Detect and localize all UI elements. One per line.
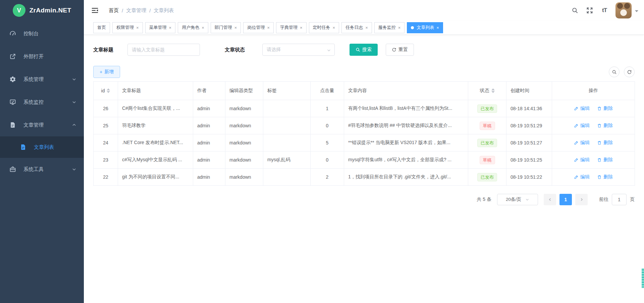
reset-button[interactable]: 重置 [386,44,414,56]
sidebar-item-label: 系统管理 [23,76,72,83]
tab-label: 定时任务 [313,25,330,31]
close-icon[interactable]: × [300,26,303,30]
cell-content: #羽毛球拍参数说明 ## 中管软硬选择以及长度介... [344,117,468,134]
article-title-label: 文章标题 [93,47,113,53]
delete-label: 删除 [603,105,613,112]
tab-task-logs[interactable]: 任务日志× [341,22,372,33]
close-icon[interactable]: × [398,26,401,30]
cell-title: .NET Core 发布时提示.NET... [118,134,193,152]
app-logo[interactable]: V ZrAdmin.NET [0,0,84,21]
select-placeholder: 请选择 [267,47,281,53]
column-label: 操作 [589,88,598,93]
fullscreen-icon[interactable] [586,7,593,14]
sidebar-item-label: 系统监控 [23,99,72,105]
delete-button[interactable]: 删除 [597,174,613,180]
caret-down-icon[interactable] [635,8,639,12]
article-title-input[interactable] [127,44,200,56]
tab-service-monitor[interactable]: 服务监控× [374,22,405,33]
sidebar-item-system-tools[interactable]: 系统工具 [0,158,84,181]
tab-article-list[interactable]: 文章列表× [407,22,443,33]
close-icon[interactable]: × [333,26,335,30]
tab-dict-management[interactable]: 字典管理× [276,22,307,33]
article-status-select[interactable]: 请选择 [262,44,335,56]
sidebar-item-article-list[interactable]: 文章列表 [0,136,84,158]
refresh-table-button[interactable] [624,67,635,77]
sort-icon[interactable] [107,88,110,93]
tab-label: 菜单管理 [149,25,167,31]
top-navbar: 首页 / 文章管理 / 文章列表 tT [84,0,644,21]
sidebar-item-label: 文章列表 [34,144,76,150]
cell-author: admin [193,169,225,186]
column-label: id [101,88,105,93]
edit-button[interactable]: 编辑 [574,157,590,163]
search-icon[interactable] [571,7,579,14]
edit-label: 编辑 [580,140,590,146]
close-icon[interactable]: × [202,26,204,30]
goto-label: 前往 [599,197,608,203]
active-dot-icon [411,26,414,29]
edit-label: 编辑 [580,157,590,163]
add-button-label: 新增 [104,69,114,75]
status-badge: 已发布 [477,104,497,113]
delete-button[interactable]: 删除 [597,157,613,163]
add-button[interactable]: + 新增 [93,66,120,78]
close-icon[interactable]: × [267,26,270,30]
cell-status: 已发布 [468,169,506,186]
page-size-select[interactable]: 20条/页 [497,194,538,205]
tab-home[interactable]: 首页 [93,22,110,33]
cell-editor: markdown [225,134,263,152]
close-icon[interactable]: × [234,26,237,30]
search-button[interactable]: 搜索 [350,44,378,56]
sidebar-item-label: 文章管理 [23,122,72,128]
sidebar-item-article-management[interactable]: 文章管理 [0,114,84,136]
delete-button[interactable]: 删除 [597,140,613,146]
articles-table: id 文章标题 作者 编辑器类型 标签 点击量 文章内容 状态 创建时间 操作 [93,81,635,186]
tab-scheduled-tasks[interactable]: 定时任务× [309,22,339,33]
refresh-icon [392,47,396,52]
delete-button[interactable]: 删除 [597,123,613,129]
close-icon[interactable]: × [365,26,368,30]
tab-post-management[interactable]: 岗位管理× [243,22,274,33]
sidebar-item-system-management[interactable]: 系统管理 [0,68,84,91]
breadcrumb-article-management[interactable]: 文章管理 [126,7,146,14]
chevron-down-icon [525,198,529,202]
edit-button[interactable]: 编辑 [574,123,590,129]
pagination-total: 共 5 条 [477,197,491,203]
menu-fold-icon[interactable] [91,7,99,14]
tab-department-management[interactable]: 部门管理× [211,22,241,33]
tab-user-role[interactable]: 用户角色× [178,22,208,33]
edit-button[interactable]: 编辑 [574,105,590,112]
close-icon[interactable]: × [169,26,172,30]
tab-menu-management[interactable]: 菜单管理× [145,22,176,33]
close-icon[interactable]: × [136,26,139,30]
close-icon[interactable]: × [436,26,439,30]
sidebar-item-label: 系统工具 [23,166,72,173]
sidebar-item-system-monitor[interactable]: 系统监控 [0,91,84,114]
toggle-search-button[interactable] [609,67,620,77]
edit-icon [574,175,579,179]
user-avatar[interactable] [615,2,632,18]
prev-page-button[interactable] [544,194,556,205]
monitor-icon [9,99,16,105]
edit-button[interactable]: 编辑 [574,174,590,180]
table-toolbar-right [609,67,635,77]
tab-label: 权限管理 [116,25,134,31]
cell-tags: mysql,乱码 [263,152,311,169]
delete-button[interactable]: 删除 [597,105,613,112]
page-number-button[interactable]: 1 [559,194,572,205]
column-header-status[interactable]: 状态 [468,82,506,100]
scrollbar-thumb[interactable] [642,269,644,288]
sidebar-item-dashboard[interactable]: 控制台 [0,22,84,45]
breadcrumb-home[interactable]: 首页 [109,7,119,14]
edit-button[interactable]: 编辑 [574,140,590,146]
tab-permission-management[interactable]: 权限管理× [112,22,143,33]
app-window: V ZrAdmin.NET 控制台 外部打开 系统管理 [0,0,644,303]
sidebar-item-external-open[interactable]: 外部打开 [0,45,84,68]
sort-icon[interactable] [491,88,495,93]
font-size-icon[interactable]: tT [601,7,608,14]
next-page-button[interactable] [575,194,588,205]
goto-page-input[interactable] [612,194,627,205]
navbar-actions: tT [571,2,639,18]
tab-label: 服务监控 [378,25,396,31]
column-header-id[interactable]: id [94,82,118,100]
